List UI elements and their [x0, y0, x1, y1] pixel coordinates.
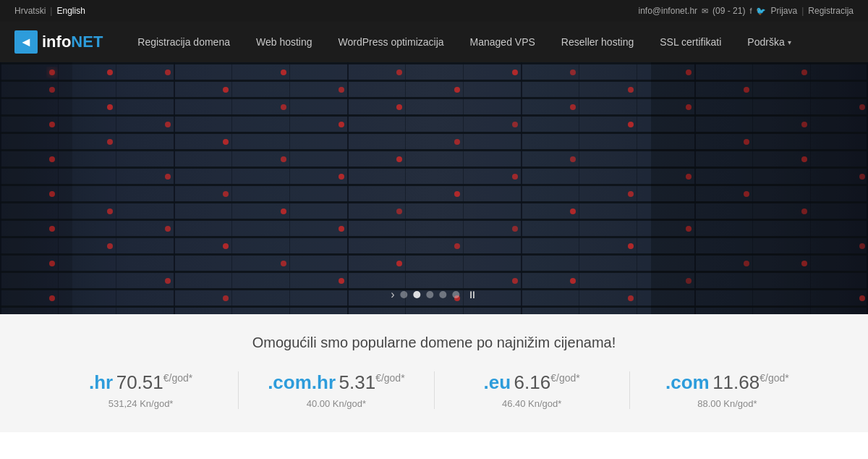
register-link[interactable]: Registracija [808, 6, 854, 16]
domain-price-com: 11.68€/god* [712, 371, 789, 393]
server-rack-visual [0, 62, 868, 314]
domain-price-eu: 6.16€/god* [514, 371, 580, 393]
topbar-separator: | [801, 6, 804, 16]
nav-ssl[interactable]: SSL certifikati [647, 22, 734, 62]
hero-section: › ⏸ [0, 62, 868, 314]
topbar: Hrvatski | English info@infonet.hr ✉ (09… [0, 0, 868, 22]
domain-ext-comhr: .com.hr [268, 371, 336, 393]
lang-hr-link[interactable]: Hrvatski [14, 6, 46, 16]
twitter-icon: 🐦 [756, 7, 766, 16]
topbar-languages: Hrvatski | English [14, 6, 85, 16]
email-icon: ✉ [702, 7, 708, 16]
logo-info: info [42, 33, 71, 51]
domain-ext-eu: .eu [484, 371, 511, 393]
domain-secondary-comhr: 40.00 Kn/god* [253, 398, 419, 409]
carousel-controls: › ⏸ [391, 288, 477, 301]
nav-managed-vps[interactable]: Managed VPS [457, 22, 548, 62]
carousel-dot-5[interactable] [453, 291, 460, 298]
topbar-contact: info@infonet.hr ✉ (09 - 21) f 🐦 Prijava … [639, 6, 854, 16]
nav-reg-domena[interactable]: Registracija domena [124, 22, 243, 62]
carousel-pause-button[interactable]: ⏸ [467, 289, 477, 300]
lang-separator: | [50, 6, 52, 16]
nav-support[interactable]: Podrška ▾ [734, 22, 804, 62]
domain-price-hr: 70.51€/god* [116, 371, 193, 393]
carousel-dot-1[interactable] [401, 291, 408, 298]
domain-prices: .hr 70.51€/god* 531,24 Kn/god* .com.hr 5… [43, 371, 825, 409]
contact-email[interactable]: info@infonet.hr [639, 6, 698, 16]
nav-links: Registracija domena Web hosting WordPres… [124, 22, 854, 62]
domain-price-comhr: 5.31€/god* [339, 371, 405, 393]
domain-item-hr: .hr 70.51€/god* 531,24 Kn/god* [43, 371, 239, 409]
promo-title: Omogućili smo popularne domene po najniž… [43, 334, 825, 351]
domain-item-hr-row: .hr 70.51€/god* [58, 371, 224, 394]
nav-web-hosting[interactable]: Web hosting [243, 22, 326, 62]
logo-text: infoNET [42, 33, 103, 51]
lang-en-link[interactable]: English [56, 6, 85, 16]
chevron-down-icon: ▾ [788, 38, 791, 46]
domain-ext-hr: .hr [89, 371, 113, 393]
domain-item-com: .com 11.68€/god* 88.00 Kn/god* [630, 371, 825, 409]
logo[interactable]: ◄ infoNET [14, 30, 103, 54]
domain-secondary-com: 88.00 Kn/god* [644, 398, 810, 409]
navbar: ◄ infoNET Registracija domena Web hostin… [0, 22, 868, 62]
domain-item-eu-row: .eu 6.16€/god* [449, 371, 615, 394]
carousel-dot-3[interactable] [427, 291, 434, 298]
domain-unit-com: €/god* [760, 372, 788, 384]
facebook-icon: f [749, 7, 752, 15]
carousel-next-arrow[interactable]: › [391, 288, 394, 301]
nav-wp-optim[interactable]: WordPress optimizacija [326, 22, 457, 62]
carousel-dot-4[interactable] [440, 291, 447, 298]
logo-net: NET [71, 33, 103, 51]
login-link[interactable]: Prijava [770, 6, 797, 16]
domain-ext-com: .com [665, 371, 710, 393]
domain-unit-comhr: €/god* [375, 372, 404, 384]
logo-icon: ◄ [14, 30, 38, 54]
domain-unit-hr: €/god* [163, 372, 192, 384]
domain-item-comhr: .com.hr 5.31€/god* 40.00 Kn/god* [239, 371, 434, 409]
contact-phone: (09 - 21) [712, 6, 745, 16]
domain-item-eu: .eu 6.16€/god* 46.40 Kn/god* [435, 371, 630, 409]
domain-unit-eu: €/god* [550, 372, 579, 384]
promo-section: Omogućili smo popularne domene po najniž… [0, 314, 868, 432]
domain-item-com-row: .com 11.68€/god* [644, 371, 810, 394]
domain-secondary-eu: 46.40 Kn/god* [449, 398, 615, 409]
nav-reseller[interactable]: Reseller hosting [548, 22, 647, 62]
svg-rect-126 [0, 62, 868, 314]
carousel-dot-2[interactable] [414, 291, 421, 298]
nav-support-label: Podrška [747, 36, 784, 48]
domain-item-comhr-row: .com.hr 5.31€/god* [253, 371, 419, 394]
domain-secondary-hr: 531,24 Kn/god* [58, 398, 224, 409]
